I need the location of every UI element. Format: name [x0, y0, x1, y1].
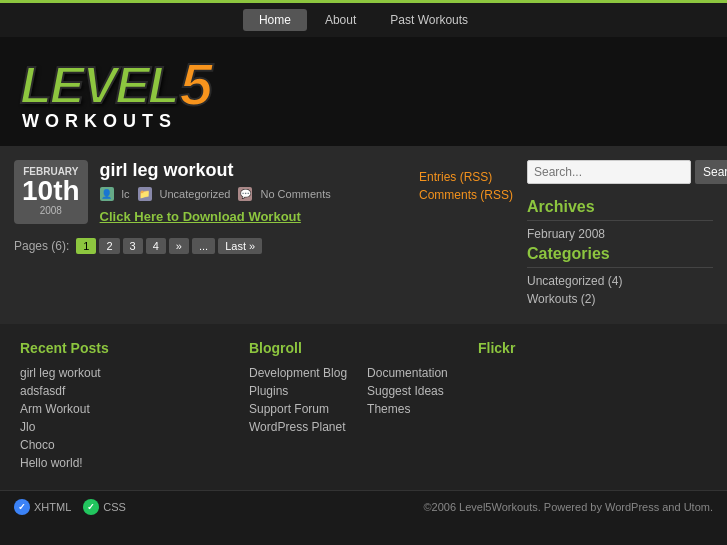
blogroll-columns: Development Blog Plugins Support Forum W… — [249, 366, 478, 438]
post-meta: 👤 lc 📁 Uncategorized 💬 No Comments — [100, 187, 387, 201]
comment-icon: 💬 — [238, 187, 252, 201]
footer-badges: ✓ XHTML ✓ CSS — [14, 499, 126, 515]
post-body: girl leg workout 👤 lc 📁 Uncategorized 💬 … — [100, 160, 387, 224]
date-day: 10th — [22, 177, 80, 205]
css-badge-icon: ✓ — [83, 499, 99, 515]
rss-area: Entries (RSS) Comments (RSS) — [399, 160, 513, 224]
blogroll-suggest-ideas[interactable]: Suggest Ideas — [367, 384, 448, 398]
page-btn-3[interactable]: 3 — [123, 238, 143, 254]
download-link[interactable]: Click Here to Download Workout — [100, 209, 387, 224]
blogroll-col: Blogroll Development Blog Plugins Suppor… — [249, 340, 478, 474]
xhtml-badge-icon: ✓ — [14, 499, 30, 515]
pagination: Pages (6): 1 2 3 4 » ... Last » — [14, 238, 513, 254]
category-uncategorized[interactable]: Uncategorized (4) — [527, 274, 713, 288]
blogroll-plugins[interactable]: Plugins — [249, 384, 347, 398]
logo-five: 5 — [180, 55, 213, 115]
logo-workouts: WORKOUTS — [22, 111, 177, 132]
page-btn-last[interactable]: Last » — [218, 238, 262, 254]
bottom-section: Recent Posts girl leg workout adsfasdf A… — [0, 324, 727, 490]
search-button[interactable]: Search — [695, 160, 727, 184]
recent-post-1[interactable]: girl leg workout — [20, 366, 249, 380]
blogroll-col2: Documentation Suggest Ideas Themes — [367, 366, 448, 438]
comments-rss-link[interactable]: Comments (RSS) — [419, 188, 513, 202]
css-badge[interactable]: ✓ CSS — [83, 499, 126, 515]
categories-title: Categories — [527, 245, 713, 268]
sidebar: Search Archives February 2008 Categories… — [513, 160, 713, 310]
user-icon: 👤 — [100, 187, 114, 201]
page-btn-2[interactable]: 2 — [99, 238, 119, 254]
blogroll-title: Blogroll — [249, 340, 478, 356]
blogroll-col1: Development Blog Plugins Support Forum W… — [249, 366, 347, 438]
entries-rss-link[interactable]: Entries (RSS) — [419, 170, 513, 184]
logo-text: LEVEL 5 — [20, 55, 213, 115]
recent-post-4[interactable]: Jlo — [20, 420, 249, 434]
page-btn-next[interactable]: » — [169, 238, 189, 254]
archive-feb-2008[interactable]: February 2008 — [527, 227, 713, 241]
main-content: February 10th 2008 girl leg workout 👤 lc… — [0, 146, 727, 324]
archives-title: Archives — [527, 198, 713, 221]
flickr-title: Flickr — [478, 340, 707, 356]
post-entry: February 10th 2008 girl leg workout 👤 lc… — [14, 160, 513, 224]
css-label: CSS — [103, 501, 126, 513]
page-btn-1[interactable]: 1 — [76, 238, 96, 254]
page-btn-ellipsis[interactable]: ... — [192, 238, 215, 254]
blogroll-support-forum[interactable]: Support Forum — [249, 402, 347, 416]
footer-copyright: ©2006 Level5Workouts. Powered by WordPre… — [423, 501, 713, 513]
footer: ✓ XHTML ✓ CSS ©2006 Level5Workouts. Powe… — [0, 490, 727, 523]
site-logo: LEVEL 5 WORKOUTS — [20, 55, 213, 132]
meta-user: lc — [122, 188, 130, 200]
blogroll-wp-planet[interactable]: WordPress Planet — [249, 420, 347, 434]
pages-label: Pages (6): — [14, 239, 69, 253]
nav-about[interactable]: About — [309, 9, 372, 31]
nav-home[interactable]: Home — [243, 9, 307, 31]
blogroll-docs[interactable]: Documentation — [367, 366, 448, 380]
meta-category[interactable]: Uncategorized — [160, 188, 231, 200]
date-year: 2008 — [22, 205, 80, 216]
search-box: Search — [527, 160, 713, 184]
recent-posts-title: Recent Posts — [20, 340, 249, 356]
recent-post-5[interactable]: Choco — [20, 438, 249, 452]
recent-post-6[interactable]: Hello world! — [20, 456, 249, 470]
site-header: LEVEL 5 WORKOUTS — [0, 37, 727, 146]
blogroll-dev-blog[interactable]: Development Blog — [249, 366, 347, 380]
post-title[interactable]: girl leg workout — [100, 160, 387, 181]
nav-past-workouts[interactable]: Past Workouts — [374, 9, 484, 31]
recent-posts-col: Recent Posts girl leg workout adsfasdf A… — [20, 340, 249, 474]
logo-level: LEVEL — [20, 59, 178, 111]
recent-post-2[interactable]: adsfasdf — [20, 384, 249, 398]
search-input[interactable] — [527, 160, 691, 184]
folder-icon: 📁 — [138, 187, 152, 201]
xhtml-badge[interactable]: ✓ XHTML — [14, 499, 71, 515]
top-navigation: Home About Past Workouts — [0, 0, 727, 37]
page-btn-4[interactable]: 4 — [146, 238, 166, 254]
meta-comments[interactable]: No Comments — [260, 188, 330, 200]
flickr-col: Flickr — [478, 340, 707, 474]
recent-post-3[interactable]: Arm Workout — [20, 402, 249, 416]
xhtml-label: XHTML — [34, 501, 71, 513]
content-area: February 10th 2008 girl leg workout 👤 lc… — [14, 160, 513, 310]
category-workouts[interactable]: Workouts (2) — [527, 292, 713, 306]
blogroll-themes[interactable]: Themes — [367, 402, 448, 416]
date-box: February 10th 2008 — [14, 160, 88, 224]
